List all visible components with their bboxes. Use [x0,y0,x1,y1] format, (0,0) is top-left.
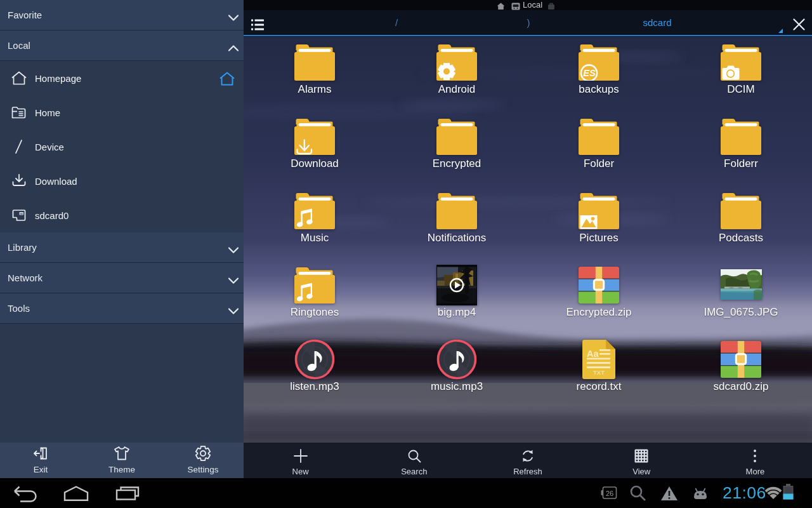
svg-text:SD: SD [20,213,23,215]
svg-text:ES: ES [583,68,596,78]
svg-text:Aa: Aa [587,349,599,359]
svg-text:TXT: TXT [593,369,605,376]
svg-text:26: 26 [606,490,613,497]
